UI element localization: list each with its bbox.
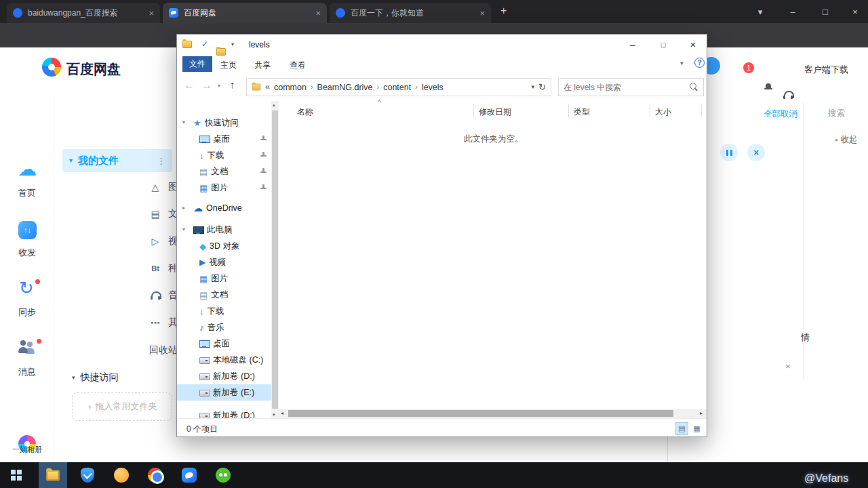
breadcrumb-content[interactable]: content <box>383 83 411 92</box>
breadcrumb-beamng[interactable]: BeamNG.drive <box>317 83 373 92</box>
tree-item-downloads[interactable]: ↓下载 <box>177 147 271 163</box>
new-tab-button[interactable]: + <box>500 5 507 16</box>
scrollbar-thumb[interactable] <box>288 410 673 417</box>
rail-item-messages[interactable]: 消息 <box>0 366 54 378</box>
explorer-close-button[interactable]: × <box>678 35 708 54</box>
laquo-icon[interactable]: « <box>265 83 270 92</box>
column-separator[interactable] <box>650 104 650 117</box>
nav-forward-icon[interactable]: → <box>201 80 212 91</box>
help-icon[interactable]: ? <box>694 58 705 68</box>
window-maximize-button[interactable]: □ <box>811 0 840 23</box>
pause-button[interactable] <box>720 144 738 161</box>
column-name[interactable]: 名称 <box>297 106 313 118</box>
rail-item-home[interactable]: 首页 <box>0 187 54 199</box>
tree-item-disk-e-selected[interactable]: 新加卷 (E:) <box>177 384 271 401</box>
menu-share[interactable]: 共享 <box>254 60 271 71</box>
column-type[interactable]: 类型 <box>574 106 590 118</box>
taskbar-baidu-netdisk[interactable] <box>175 462 203 488</box>
tree-item-quick-access[interactable]: ▾★快速访问 <box>177 115 271 131</box>
tab-close-icon[interactable]: × <box>479 9 485 18</box>
tree-item-downloads2[interactable]: ↓下载 <box>177 303 271 319</box>
explorer-search-input[interactable] <box>564 83 686 92</box>
taskbar-chrome[interactable] <box>141 462 170 488</box>
expander-icon[interactable]: ▾ <box>182 227 185 232</box>
address-breadcrumb[interactable]: « common › BeamNG.drive › content › leve… <box>246 78 551 96</box>
icons-view-button[interactable]: ▦ <box>690 422 703 435</box>
details-view-button[interactable]: ▤ <box>675 422 688 435</box>
address-caret-icon[interactable]: ▾ <box>532 84 535 90</box>
expander-icon[interactable]: ▸ <box>182 205 185 211</box>
start-button[interactable] <box>0 462 33 488</box>
tree-item-disk-c[interactable]: 本地磁盘 (C:) <box>177 352 271 368</box>
tree-item-onedrive[interactable]: ▸☁OneDrive <box>177 200 271 216</box>
rail-item-photo-album[interactable]: 一刻相册 <box>0 445 54 455</box>
explorer-search-box[interactable] <box>558 78 704 96</box>
tree-item-disk-d[interactable]: 新加卷 (D:) <box>177 368 271 384</box>
taskbar-security-app[interactable] <box>73 462 102 488</box>
qat-caret-icon[interactable]: ▾ <box>231 42 234 47</box>
tab-search-icon[interactable]: ▾ <box>746 0 774 23</box>
scrollbar-thumb[interactable] <box>272 110 278 409</box>
tree-scrollbar[interactable]: ▴ ▾ <box>271 101 279 420</box>
scroll-right-icon[interactable]: ▸ <box>700 411 703 416</box>
menu-home[interactable]: 主页 <box>220 60 237 71</box>
messages-icon[interactable] <box>18 340 36 355</box>
sidebar-item-my-files[interactable]: ▾ 我的文件 ⋮ <box>62 149 172 172</box>
rail-item-sync[interactable]: 同步 <box>0 306 54 319</box>
send-receive-icon[interactable]: ↑↓ <box>18 221 37 239</box>
column-size[interactable]: 大小 <box>655 106 671 118</box>
menu-file[interactable]: 文件 <box>182 56 212 72</box>
tree-item-documents[interactable]: ▤文档 <box>177 163 271 180</box>
browser-tab-3[interactable]: 百度一下，你就知道 × <box>330 3 491 23</box>
nav-up-icon[interactable]: ↑ <box>230 79 235 89</box>
nav-history-caret-icon[interactable]: ▾ <box>218 83 220 89</box>
qat-check-icon[interactable]: ✓ <box>201 40 208 48</box>
horizontal-scrollbar[interactable]: ◂ ▸ <box>279 409 707 418</box>
column-date-modified[interactable]: 修改日期 <box>479 106 511 118</box>
column-separator[interactable] <box>473 104 474 117</box>
bell-icon[interactable] <box>764 83 772 91</box>
sync-icon[interactable]: ↻ <box>19 279 34 297</box>
expander-icon[interactable]: ▾ <box>182 120 185 125</box>
sidebar-quick-access[interactable]: ▾ 快捷访问 <box>62 367 172 388</box>
tree-item-pictures[interactable]: ▦图片 <box>177 180 271 196</box>
tree-item-documents2[interactable]: ▤文档 <box>177 287 271 303</box>
cancel-button[interactable]: × <box>747 144 765 161</box>
explorer-minimize-button[interactable]: – <box>618 35 648 54</box>
tree-item-desktop[interactable]: 桌面 <box>177 131 271 147</box>
tree-item-this-pc[interactable]: ▾此电脑 <box>177 222 271 238</box>
refresh-icon[interactable]: ↻ <box>538 83 546 92</box>
breadcrumb-levels[interactable]: levels <box>422 83 443 92</box>
column-separator[interactable] <box>568 104 569 117</box>
tree-item-music[interactable]: ♪音乐 <box>177 319 271 336</box>
close-icon[interactable]: × <box>785 362 791 371</box>
search-label[interactable]: 搜索 <box>828 108 845 119</box>
menu-view[interactable]: 查看 <box>290 60 306 71</box>
window-minimize-button[interactable]: – <box>778 0 807 23</box>
ribbon-collapse-icon[interactable]: ▾ <box>680 60 684 66</box>
browser-tab-2-active[interactable]: 百度网盘 × <box>163 3 327 23</box>
tab-close-icon[interactable]: × <box>149 9 154 18</box>
tree-item-pictures2[interactable]: ▦图片 <box>177 270 271 287</box>
taskbar-file-explorer[interactable] <box>39 462 67 488</box>
browser-tab-1[interactable]: baiduwangpan_百度搜索 × <box>7 3 160 23</box>
scroll-down-icon[interactable]: ▾ <box>273 412 275 417</box>
tree-item-3d-objects[interactable]: ◆3D 对象 <box>177 238 271 254</box>
drop-folder-zone[interactable]: + 拖入常用文件夹 <box>72 392 172 421</box>
client-download-link[interactable]: 客户端下载 <box>804 64 848 76</box>
nav-back-icon[interactable]: ← <box>184 80 195 91</box>
cancel-all-link[interactable]: 全部取消 <box>764 108 797 120</box>
scroll-up-icon[interactable]: ▴ <box>273 102 275 107</box>
more-menu-icon[interactable]: ⋮ <box>157 157 165 165</box>
taskbar-orange-app[interactable] <box>107 462 136 488</box>
home-cloud-icon[interactable]: ☁ <box>18 160 37 179</box>
breadcrumb-common[interactable]: common <box>274 83 307 92</box>
tree-item-videos[interactable]: ▶视频 <box>177 254 271 270</box>
tab-close-icon[interactable]: × <box>315 9 321 18</box>
column-separator[interactable] <box>701 104 702 117</box>
headset-icon[interactable] <box>783 91 793 99</box>
qat-folder-icon[interactable] <box>216 48 226 56</box>
window-close-button[interactable]: × <box>841 0 868 23</box>
explorer-maximize-button[interactable]: □ <box>648 35 678 54</box>
collapse-control[interactable]: ▸ 收起 <box>835 134 858 146</box>
